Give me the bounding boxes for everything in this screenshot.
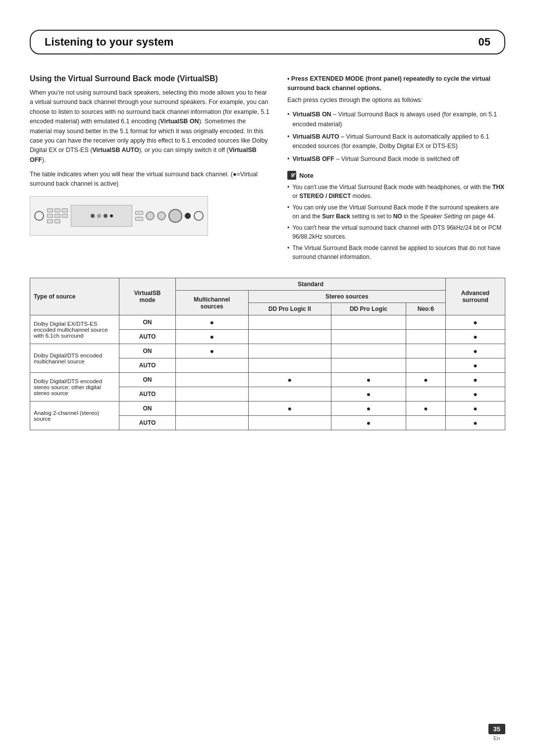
rec-btn-8: [54, 219, 60, 223]
mc-auto-3: [176, 387, 248, 402]
pl-auto-4: [331, 416, 406, 430]
rec-btn-5: [54, 214, 60, 218]
neo-auto-1: [406, 330, 445, 344]
mc-auto-2: [176, 358, 248, 373]
receiver-panel-image: [30, 196, 208, 236]
mc-on-1: [176, 315, 248, 330]
table-row: Analog 2-channel (stereo) source ON: [30, 402, 505, 416]
note-item-1: • You can't use the Virtual Surround Bac…: [287, 183, 505, 201]
pl-on-2: [331, 344, 406, 358]
main-content: Using the Virtual Surround Back mode (Vi…: [30, 74, 505, 264]
mc-on-3: [176, 373, 248, 387]
intro-paragraph: When you're not using surround back spea…: [30, 88, 269, 165]
th-neo6: Neo:6: [406, 303, 445, 315]
neo-auto-3: [406, 387, 445, 402]
pl-on-4: [331, 402, 406, 416]
neo-auto-4: [406, 416, 445, 430]
pl2-on-4: [248, 402, 331, 416]
second-paragraph: The table indicates when you will hear t…: [30, 170, 269, 189]
pl-auto-2: [331, 358, 406, 373]
press-sub: Each press cycles through the options as…: [287, 96, 505, 105]
note-item-3: • You can't hear the virtual surround ba…: [287, 223, 505, 241]
neo-on-3: [406, 373, 445, 387]
pl2-auto-2: [248, 358, 331, 373]
mode-auto-4: AUTO: [119, 416, 176, 430]
table-row: Dolby Digital EX/DTS-ES encoded multicha…: [30, 315, 505, 330]
mode-auto-3: AUTO: [119, 387, 176, 402]
source-type-1: Dolby Digital EX/DTS-ES encoded multicha…: [30, 315, 119, 344]
adv-on-1: [446, 315, 505, 330]
bullet-vsb-on: • VirtualSB ON – Virtual Surround Back i…: [287, 110, 505, 129]
pl-auto-3: [331, 387, 406, 402]
note-label: Note: [299, 172, 314, 179]
rec-btn-1: [47, 208, 53, 212]
th-type-of-source: Type of source: [30, 278, 119, 315]
adv-on-3: [446, 373, 505, 387]
pl-on-1: [331, 315, 406, 330]
mc-auto-4: [176, 416, 248, 430]
press-instruction: • Press EXTENDED MODE (front panel) repe…: [287, 74, 505, 94]
page: Listening to your system 05 Using the Vi…: [0, 0, 535, 756]
mode-on-1: ON: [119, 315, 176, 330]
left-column: Using the Virtual Surround Back mode (Vi…: [30, 74, 269, 264]
mode-auto-2: AUTO: [119, 358, 176, 373]
source-type-3: Dolby Digital/DTS encoded stereo source;…: [30, 373, 119, 402]
mode-on-3: ON: [119, 373, 176, 387]
power-button-icon: [34, 211, 44, 221]
note-title: 𝒞 Note: [287, 171, 505, 180]
pl2-auto-4: [248, 416, 331, 430]
bullet-vsb-auto: • VirtualSB AUTO – Virtual Surround Back…: [287, 132, 505, 151]
th-stereo-sources: Stereo sources: [248, 291, 446, 303]
pl-auto-1: [331, 330, 406, 344]
section-heading: Using the Virtual Surround Back mode (Vi…: [30, 74, 269, 83]
note-item-2: • You can only use the Virtual Surround …: [287, 203, 505, 221]
note-item-4: • The Virtual Surround Back mode cannot …: [287, 244, 505, 261]
note-list: • You can't use the Virtual Surround Bac…: [287, 183, 505, 261]
th-vsb-mode: VirtualSBmode: [119, 278, 176, 315]
bullet-vsb-off: • VirtualSB OFF – Virtual Surround Back …: [287, 154, 505, 164]
receiver-buttons: [47, 208, 68, 223]
mc-on-2: [176, 344, 248, 358]
adv-on-4: [446, 402, 505, 416]
adv-auto-2: [446, 358, 505, 373]
pl2-auto-1: [248, 330, 331, 344]
receiver-display: [71, 205, 132, 227]
neo-on-4: [406, 402, 445, 416]
standby-button-icon: [194, 211, 204, 221]
rec-btn-2: [54, 208, 60, 212]
rec-btn-4: [47, 214, 53, 218]
mode-on-2: ON: [119, 344, 176, 358]
rec-btn-6: [62, 214, 68, 218]
mc-on-4: [176, 402, 248, 416]
adv-on-2: [446, 344, 505, 358]
receiver-right-controls: [135, 209, 191, 223]
page-number: 35: [488, 724, 505, 734]
th-pro-logic-2: DD Pro Logic II: [248, 303, 331, 315]
page-title: Listening to your system: [45, 36, 173, 49]
pl-on-3: [331, 373, 406, 387]
neo-on-2: [406, 344, 445, 358]
note-box: 𝒞 Note • You can't use the Virtual Surro…: [287, 171, 505, 261]
mode-on-4: ON: [119, 402, 176, 416]
neo-on-1: [406, 315, 445, 330]
page-lang: En: [493, 735, 500, 741]
header-bar: Listening to your system 05: [30, 30, 505, 54]
adv-auto-3: [446, 387, 505, 402]
rec-btn-3: [62, 208, 68, 212]
mode-auto-1: AUTO: [119, 330, 176, 344]
adv-auto-1: [446, 330, 505, 344]
table-row: Dolby Digital/DTS encoded stereo source;…: [30, 373, 505, 387]
th-standard: Standard: [176, 278, 446, 291]
page-number-box: 35 En: [488, 724, 505, 741]
vsb-table: Type of source VirtualSBmode Standard Ad…: [30, 278, 505, 430]
pl2-on-2: [248, 344, 331, 358]
main-knob-icon: [168, 209, 182, 223]
pl2-auto-3: [248, 387, 331, 402]
chapter-number: 05: [479, 36, 490, 49]
th-multichannel: Multichannelsources: [176, 291, 248, 315]
small-knob2-icon: [157, 211, 166, 220]
th-advanced-surround: Advancedsurround: [446, 278, 505, 315]
source-type-2: Dolby Digital/DTS encoded multichannel s…: [30, 344, 119, 373]
table-section: Type of source VirtualSBmode Standard Ad…: [30, 278, 505, 430]
table-row: Dolby Digital/DTS encoded multichannel s…: [30, 344, 505, 358]
